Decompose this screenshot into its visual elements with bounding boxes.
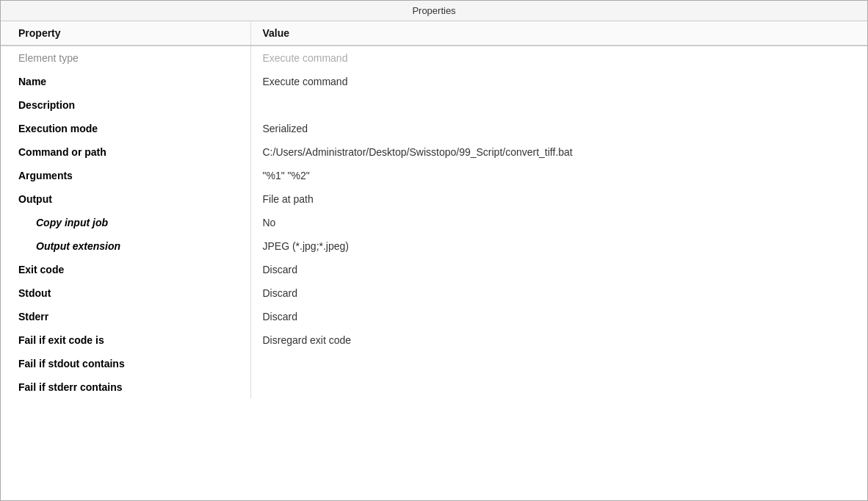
table-row: Exit codeDiscard <box>1 258 867 281</box>
properties-window: Properties Property Value Element typeEx… <box>0 0 868 501</box>
value-name: Execute command <box>250 70 867 93</box>
value-execution-mode: Serialized <box>250 117 867 140</box>
property-execution-mode: Execution mode <box>1 117 250 140</box>
value-exit-code: Discard <box>250 258 867 281</box>
value-stdout: Discard <box>250 281 867 305</box>
table-row: Fail if stderr contains <box>1 375 867 399</box>
property-stderr: Stderr <box>1 305 250 328</box>
value-arguments: "%1" "%2" <box>250 164 867 187</box>
table-row: OutputFile at path <box>1 187 867 211</box>
property-copy-input-job: Copy input job <box>1 211 250 234</box>
value-copy-input-job: No <box>250 211 867 234</box>
property-fail-if-stdout: Fail if stdout contains <box>1 352 250 375</box>
table-row: Element typeExecute command <box>1 46 867 70</box>
property-output-extension: Output extension <box>1 234 250 258</box>
table-row: Fail if stdout contains <box>1 352 867 375</box>
value-fail-if-stderr <box>250 375 867 399</box>
property-stdout: Stdout <box>1 281 250 305</box>
table-row: Copy input jobNo <box>1 211 867 234</box>
table-row: NameExecute command <box>1 70 867 93</box>
property-fail-if-stderr: Fail if stderr contains <box>1 375 250 399</box>
table-row: Fail if exit code isDisregard exit code <box>1 328 867 352</box>
header-property: Property <box>1 21 250 46</box>
table-row: Command or pathC:/Users/Administrator/De… <box>1 140 867 164</box>
value-fail-if-exit-code: Disregard exit code <box>250 328 867 352</box>
property-command-or-path: Command or path <box>1 140 250 164</box>
property-description: Description <box>1 93 250 117</box>
header-value: Value <box>250 21 867 46</box>
properties-table: Property Value Element typeExecute comma… <box>1 21 867 399</box>
title-bar: Properties <box>1 1 867 21</box>
property-element-type: Element type <box>1 46 250 70</box>
property-fail-if-exit-code: Fail if exit code is <box>1 328 250 352</box>
value-fail-if-stdout <box>250 352 867 375</box>
value-output-extension: JPEG (*.jpg;*.jpeg) <box>250 234 867 258</box>
value-stderr: Discard <box>250 305 867 328</box>
window-title: Properties <box>412 5 455 16</box>
table-row: StderrDiscard <box>1 305 867 328</box>
table-header: Property Value <box>1 21 867 46</box>
value-command-or-path: C:/Users/Administrator/Desktop/Swisstopo… <box>250 140 867 164</box>
property-exit-code: Exit code <box>1 258 250 281</box>
table-row: Arguments"%1" "%2" <box>1 164 867 187</box>
property-name: Name <box>1 70 250 93</box>
table-row: Description <box>1 93 867 117</box>
table-row: Output extensionJPEG (*.jpg;*.jpeg) <box>1 234 867 258</box>
content-area[interactable]: Property Value Element typeExecute comma… <box>1 21 867 500</box>
table-row: Execution modeSerialized <box>1 117 867 140</box>
value-element-type: Execute command <box>250 46 867 70</box>
value-description <box>250 93 867 117</box>
property-arguments: Arguments <box>1 164 250 187</box>
value-output: File at path <box>250 187 867 211</box>
table-row: StdoutDiscard <box>1 281 867 305</box>
property-output: Output <box>1 187 250 211</box>
